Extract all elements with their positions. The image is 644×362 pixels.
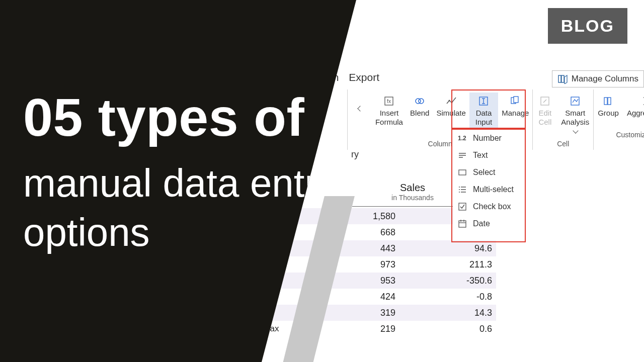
svg-text:1.2: 1.2 [458, 135, 466, 142]
group-label-column: Column [428, 140, 452, 148]
aggregation-icon [641, 96, 644, 107]
dropdown-item-number[interactable]: 1.2 Number [453, 130, 525, 147]
edit-cell-icon [539, 96, 550, 107]
chevron-down-icon [573, 128, 579, 133]
manage-icon [510, 96, 521, 107]
header-rule [352, 206, 453, 207]
edit-cell-button: Edit Cell [533, 93, 557, 138]
multi-select-icon [458, 185, 467, 194]
svg-text:fx: fx [387, 99, 391, 104]
svg-rect-30 [459, 221, 466, 227]
aggregation-button[interactable]: Aggregation [623, 93, 644, 129]
blend-icon [414, 96, 425, 107]
svg-rect-16 [604, 98, 607, 105]
formula-icon: fx [383, 96, 394, 107]
svg-point-7 [451, 102, 452, 104]
dropdown-item-multi-select[interactable]: Multi-select [453, 181, 525, 198]
dropdown-item-check-box[interactable]: Check box [453, 198, 525, 215]
svg-rect-13 [514, 97, 518, 103]
column-header-sales: Sales in Thousands [382, 182, 443, 202]
group-label-cell: Cell [557, 140, 569, 148]
insert-formula-button[interactable]: fx Insert Formula [372, 93, 407, 138]
date-icon [458, 219, 467, 228]
dropdown-item-select[interactable]: Select [453, 164, 525, 181]
table-row[interactable]: 953-350.6 [252, 273, 496, 289]
group-label-customize: Customize [616, 131, 644, 139]
data-input-icon [478, 96, 489, 107]
svg-rect-15 [571, 97, 579, 105]
number-icon: 1.2 [458, 134, 467, 143]
table-row[interactable]: 31914.3 [252, 305, 496, 321]
svg-rect-29 [459, 203, 466, 210]
data-input-dropdown: 1.2 Number Text Select Multi-select Chec… [453, 130, 525, 232]
svg-rect-22 [459, 170, 466, 175]
blog-badge: BLOG [548, 8, 627, 44]
dropdown-item-text[interactable]: Text [453, 147, 525, 164]
dropdown-item-date[interactable]: Date [453, 215, 525, 232]
smart-analysis-icon [570, 96, 581, 107]
svg-rect-0 [558, 75, 561, 82]
columns-icon [557, 74, 568, 84]
group-button[interactable]: Group [594, 93, 623, 129]
group-icon [603, 96, 614, 107]
svg-point-6 [448, 100, 450, 102]
simulate-icon [446, 96, 457, 107]
svg-rect-17 [608, 98, 611, 105]
svg-rect-1 [561, 75, 564, 82]
table-row[interactable]: 424-0.8 [252, 289, 496, 305]
svg-point-5 [419, 99, 424, 104]
tab-export[interactable]: Export [349, 71, 379, 83]
smart-analysis-button[interactable]: Smart Analysis [557, 93, 593, 138]
checkbox-icon [458, 202, 467, 211]
manage-columns-button[interactable]: Manage Columns [552, 70, 644, 87]
select-icon [458, 168, 467, 177]
table-row[interactable]: & Fax2190.6 [252, 321, 496, 337]
partial-text-ry: ry [351, 149, 359, 160]
text-icon [458, 151, 467, 160]
manage-columns-label: Manage Columns [572, 74, 638, 84]
chevron-left-icon [357, 106, 363, 111]
chevron-left-button[interactable] [348, 93, 372, 138]
blend-button[interactable]: Blend [407, 93, 433, 138]
